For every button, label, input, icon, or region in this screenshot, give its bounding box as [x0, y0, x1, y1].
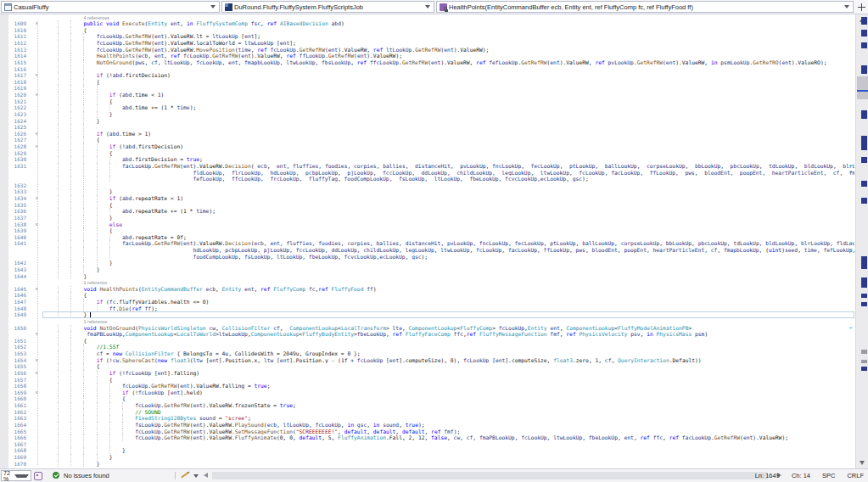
code-line[interactable]: 4 references	[0, 14, 854, 21]
code-line[interactable]: 1637 }	[0, 215, 854, 221]
code-editor-surface[interactable]: 4 references1609∨ public void Execute(En…	[0, 14, 868, 468]
code-line[interactable]: 1 reference	[0, 279, 854, 286]
code-line[interactable]: 1638∨ else	[0, 221, 854, 228]
code-line[interactable]: 1642 }	[0, 260, 854, 266]
code-line[interactable]: 1613 fcLookUp.GetRefRW(ent).ValueRW.Move…	[0, 47, 854, 53]
code-line[interactable]: 1664 fsLookUp.GetRefRW(ent).ValueRW.Play…	[0, 422, 854, 429]
line-number[interactable]: 1615	[0, 59, 28, 66]
line-number[interactable]: 1610	[0, 27, 28, 34]
code-line[interactable]: 1653 cf = new CollisionFilter { BelongsT…	[0, 350, 854, 357]
fold-toggle-icon[interactable]: ∨	[28, 357, 45, 364]
line-number[interactable]: 1630	[0, 156, 28, 163]
line-number[interactable]: 1646	[0, 292, 28, 299]
fold-toggle-icon[interactable]: ∨	[28, 131, 45, 137]
scroll-down-icon[interactable]	[860, 461, 865, 465]
line-number[interactable]	[0, 170, 28, 177]
code-line[interactable]: 1657 {	[0, 377, 854, 384]
line-number[interactable]: 1654	[0, 357, 28, 364]
code-line[interactable]: 1631 facLookUp.GetRefRW(ent).ValueRW.Dec…	[0, 163, 854, 170]
nav-member-dropdown[interactable]: HealthPoints(EntityCommandBuffer ecb, En…	[436, 1, 854, 13]
line-number[interactable]: 1648	[0, 305, 28, 312]
line-number[interactable]: 1640	[0, 234, 28, 241]
horizontal-scrollbar-thumb[interactable]	[212, 472, 768, 479]
code-line[interactable]: 1624 }	[0, 118, 854, 125]
code-line[interactable]: 1611 fcLookUp.GetRefRW(ent).ValueRW.lt =…	[0, 33, 854, 40]
scroll-left-icon[interactable]	[204, 473, 208, 478]
code-line[interactable]: 1660 {	[0, 395, 854, 402]
code-line[interactable]: fldLookUp, flrLookUp, hdLookUp, pcbpLook…	[0, 170, 854, 177]
code-line[interactable]: 1645∨ void HealthPoints(EntityCommandBuf…	[0, 286, 854, 293]
line-number[interactable]: 1611	[0, 33, 28, 40]
code-line[interactable]: 1633 }	[0, 188, 854, 195]
line-number[interactable]: 1632	[0, 182, 28, 189]
code-line[interactable]: 1636 abd.repeatRate += (1 * time);	[0, 208, 854, 215]
line-number[interactable]: 1635	[0, 202, 28, 209]
code-line[interactable]: 1614 HealthPoints(ecb, ent, ref fcLookUp…	[0, 53, 854, 59]
code-line[interactable]: 1661 fcLookUp.GetRefRW(ent).ValueRW.froz…	[0, 402, 854, 409]
line-number[interactable]: 1665	[0, 429, 28, 435]
code-line[interactable]: ∨ fmaPBLookUp,ComponentLookup<LocalToWor…	[0, 331, 854, 338]
line-number[interactable]: 1626	[0, 131, 28, 137]
line-number[interactable]: 1641	[0, 240, 28, 247]
fold-toggle-icon[interactable]: ∨	[28, 143, 45, 150]
line-number[interactable]: 1656	[0, 370, 28, 377]
code-line[interactable]: 1658 fcLookUp.GetRefRW(ent).ValueRW.fall…	[0, 383, 854, 390]
line-number[interactable]: 1621	[0, 98, 28, 105]
space-indicator[interactable]: SPC	[822, 472, 835, 479]
code-line[interactable]: 1647 if (fc.fluffyVariables.health <= 0)	[0, 299, 854, 305]
fold-toggle-icon[interactable]: ∨	[28, 195, 45, 202]
code-line[interactable]: 1639 {	[0, 227, 854, 234]
line-number[interactable]	[0, 254, 28, 261]
fold-toggle-icon[interactable]: ∨	[28, 72, 45, 79]
document-health-icon[interactable]	[34, 472, 42, 480]
line-number[interactable]: 1618	[0, 79, 28, 86]
line-number[interactable]	[0, 14, 28, 21]
code-line[interactable]: 1654∨ if (!cw.SphereCast(new float3(ltw …	[0, 357, 854, 364]
line-number[interactable]: 1661	[0, 402, 28, 409]
code-line[interactable]: 1641 facLookUp.GetRefRW(ent).ValueRW.Dec…	[0, 240, 854, 247]
code-line[interactable]: 1662 // SOUND	[0, 409, 854, 416]
zoom-level-dropdown[interactable]: 72 %	[1, 470, 31, 481]
line-number[interactable]: 1642	[0, 260, 28, 266]
line-number[interactable]: 1613	[0, 47, 28, 53]
line-number[interactable]: 1612	[0, 40, 28, 47]
health-status-label[interactable]: No issues found	[64, 472, 109, 479]
line-number[interactable]: 1663	[0, 415, 28, 422]
line-number[interactable]: 1631	[0, 163, 28, 170]
vertical-scrollbar-thumb[interactable]	[857, 76, 868, 99]
code-line[interactable]: 1617∨ if (!abd.firstDecision)	[0, 72, 854, 79]
code-line[interactable]: 1655 {	[0, 363, 854, 370]
fold-toggle-icon[interactable]: ∨	[28, 92, 45, 98]
code-line[interactable]: 1620∨ if (abd.time < 1)	[0, 92, 854, 98]
code-line[interactable]: 1618 {	[0, 79, 854, 86]
fold-toggle-icon[interactable]: ∨	[28, 370, 45, 377]
fold-toggle-icon[interactable]: ∨	[28, 390, 45, 396]
line-number[interactable]: 1666	[0, 434, 28, 441]
code-line[interactable]: 1621 {	[0, 98, 854, 105]
code-line[interactable]: 1616	[0, 66, 854, 73]
code-line[interactable]: 1610 {	[0, 27, 854, 34]
line-number[interactable]: 1657	[0, 377, 28, 384]
fold-toggle-icon[interactable]: ∨	[28, 221, 45, 228]
line-indicator[interactable]: Ln: 1649	[755, 472, 780, 479]
code-cleanup-pencil-icon[interactable]	[181, 473, 188, 479]
eol-indicator[interactable]: CRLF	[847, 472, 864, 479]
code-line[interactable]: 1643 }	[0, 266, 854, 273]
code-line[interactable]: 1622 abd.time += (1 * time);	[0, 104, 854, 111]
line-number[interactable]: 1652	[0, 344, 28, 350]
line-number[interactable]	[0, 176, 28, 182]
column-indicator[interactable]: Ch: 14	[792, 472, 810, 479]
code-line[interactable]: 1612 fcLookUp.GetRefRW(ent).ValueRW.loca…	[0, 40, 854, 47]
line-number[interactable]: 1650	[0, 325, 28, 332]
line-number[interactable]: 1651	[0, 338, 28, 345]
line-number[interactable]: 1655	[0, 363, 28, 370]
line-number[interactable]: 1633	[0, 188, 28, 195]
code-line[interactable]: 1634∨ if (abd.repeatRate < 1)	[0, 195, 854, 202]
line-number[interactable]: 1623	[0, 111, 28, 118]
line-number[interactable]: 1617	[0, 72, 28, 79]
code-line[interactable]: 1659∨ if (!fcLookUp [ent].held)	[0, 390, 854, 396]
line-number[interactable]	[0, 318, 28, 325]
line-number[interactable]: 1649	[0, 311, 28, 318]
code-line[interactable]: 1630 abd.firstDecision = true;	[0, 156, 854, 163]
code-line[interactable]: 1644 }	[0, 273, 854, 280]
